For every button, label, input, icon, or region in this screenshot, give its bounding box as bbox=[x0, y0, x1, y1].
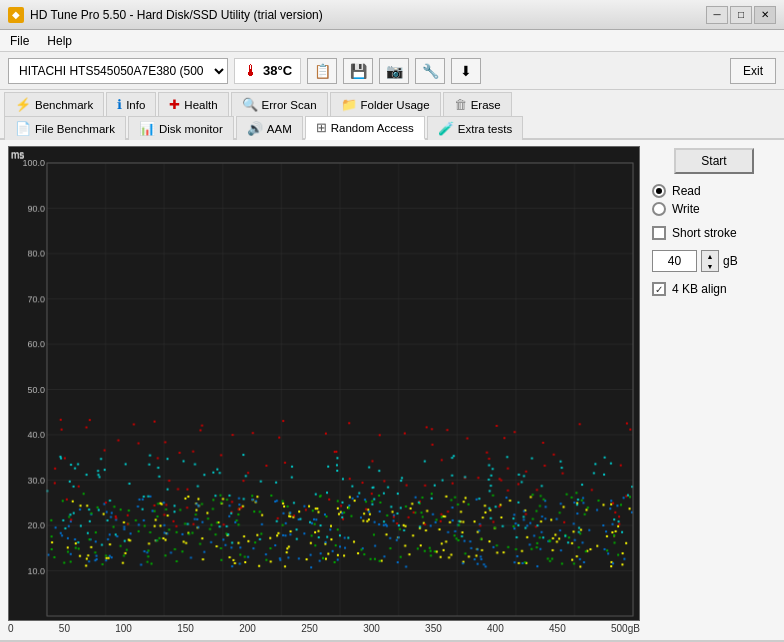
spinner-input[interactable]: 40 bbox=[652, 250, 697, 272]
x-axis-label: 250 bbox=[301, 623, 318, 634]
x-axis-label: 450 bbox=[549, 623, 566, 634]
help-menu[interactable]: Help bbox=[43, 33, 76, 49]
exit-button[interactable]: Exit bbox=[730, 58, 776, 84]
radio-group: Read Write bbox=[652, 184, 776, 216]
spinner-down[interactable]: ▼ bbox=[702, 261, 718, 271]
title-bar: ◆ HD Tune Pro 5.50 - Hard Disk/SSD Utili… bbox=[0, 0, 784, 30]
spinner-unit: gB bbox=[723, 254, 738, 268]
short-stroke-box[interactable] bbox=[652, 226, 666, 240]
main-content: ms 050100150200250300350400450500gB Star… bbox=[0, 140, 784, 640]
x-axis-label: 200 bbox=[239, 623, 256, 634]
x-axis-label: 0 bbox=[8, 623, 14, 634]
x-axis-label: 150 bbox=[177, 623, 194, 634]
tabs-row-2: 📄File Benchmark📊Disk monitor🔊AAM⊞Random … bbox=[0, 114, 784, 140]
file-menu[interactable]: File bbox=[6, 33, 33, 49]
x-axis-label: 100 bbox=[115, 623, 132, 634]
spinner-group: 40 ▲ ▼ gB bbox=[652, 250, 776, 272]
spinner-up[interactable]: ▲ bbox=[702, 251, 718, 261]
tab-folderusage[interactable]: 📁Folder Usage bbox=[330, 92, 441, 116]
close-button[interactable]: ✕ bbox=[754, 6, 776, 24]
scatter-chart bbox=[9, 147, 639, 620]
maximize-button[interactable]: □ bbox=[730, 6, 752, 24]
toolbar: HITACHI HTS545050A7E380 (500 gB) 🌡 38°C … bbox=[0, 52, 784, 90]
tab-errorscan[interactable]: 🔍Error Scan bbox=[231, 92, 328, 116]
align-checkbox[interactable]: ✓ 4 KB align bbox=[652, 282, 776, 296]
right-panel: Start Read Write Short stroke 40 ▲ ▼ gB bbox=[644, 140, 784, 640]
align-label: 4 KB align bbox=[672, 282, 727, 296]
tab-health[interactable]: ✚Health bbox=[158, 92, 228, 116]
tabs-row-1: ⚡BenchmarkℹInfo✚Health🔍Error Scan📁Folder… bbox=[0, 90, 784, 116]
menu-bar: File Help bbox=[0, 30, 784, 52]
toolbar-btn-3[interactable]: 📷 bbox=[379, 58, 409, 84]
align-box[interactable]: ✓ bbox=[652, 282, 666, 296]
toolbar-btn-5[interactable]: ⬇ bbox=[451, 58, 481, 84]
tab-benchmark[interactable]: ⚡Benchmark bbox=[4, 92, 104, 116]
tab-diskmonitor[interactable]: 📊Disk monitor bbox=[128, 116, 234, 140]
tab-erase[interactable]: 🗑Erase bbox=[443, 92, 512, 116]
write-radio-btn[interactable] bbox=[652, 202, 666, 216]
temperature-value: 38°C bbox=[263, 63, 292, 78]
write-label: Write bbox=[672, 202, 700, 216]
x-axis-label: 300 bbox=[363, 623, 380, 634]
tab-randomaccess[interactable]: ⊞Random Access bbox=[305, 116, 425, 140]
x-axis-label: 400 bbox=[487, 623, 504, 634]
toolbar-btn-1[interactable]: 📋 bbox=[307, 58, 337, 84]
window-controls: ─ □ ✕ bbox=[706, 6, 776, 24]
tab-filebenchmark[interactable]: 📄File Benchmark bbox=[4, 116, 126, 140]
read-label: Read bbox=[672, 184, 701, 198]
chart-wrapper: ms bbox=[8, 146, 640, 621]
x-axis-label: 350 bbox=[425, 623, 442, 634]
start-button[interactable]: Start bbox=[674, 148, 754, 174]
minimize-button[interactable]: ─ bbox=[706, 6, 728, 24]
toolbar-btn-4[interactable]: 🔧 bbox=[415, 58, 445, 84]
tab-extratests[interactable]: 🧪Extra tests bbox=[427, 116, 523, 140]
drive-select[interactable]: HITACHI HTS545050A7E380 (500 gB) bbox=[8, 58, 228, 84]
x-axis-label: 500gB bbox=[611, 623, 640, 634]
write-radio[interactable]: Write bbox=[652, 202, 776, 216]
temperature-display: 🌡 38°C bbox=[234, 58, 301, 84]
x-axis-label: 50 bbox=[59, 623, 70, 634]
x-axis: 050100150200250300350400450500gB bbox=[8, 621, 640, 634]
app-icon: ◆ bbox=[8, 7, 24, 23]
toolbar-btn-2[interactable]: 💾 bbox=[343, 58, 373, 84]
thermometer-icon: 🌡 bbox=[243, 62, 259, 80]
spinner-arrows: ▲ ▼ bbox=[701, 250, 719, 272]
short-stroke-checkbox[interactable]: Short stroke bbox=[652, 226, 776, 240]
chart-area: ms 050100150200250300350400450500gB bbox=[0, 140, 644, 640]
read-radio-btn[interactable] bbox=[652, 184, 666, 198]
tab-info[interactable]: ℹInfo bbox=[106, 92, 156, 116]
y-axis-label: ms bbox=[11, 149, 24, 160]
short-stroke-label: Short stroke bbox=[672, 226, 737, 240]
tab-aam[interactable]: 🔊AAM bbox=[236, 116, 303, 140]
read-radio[interactable]: Read bbox=[652, 184, 776, 198]
window-title: HD Tune Pro 5.50 - Hard Disk/SSD Utility… bbox=[30, 8, 323, 22]
